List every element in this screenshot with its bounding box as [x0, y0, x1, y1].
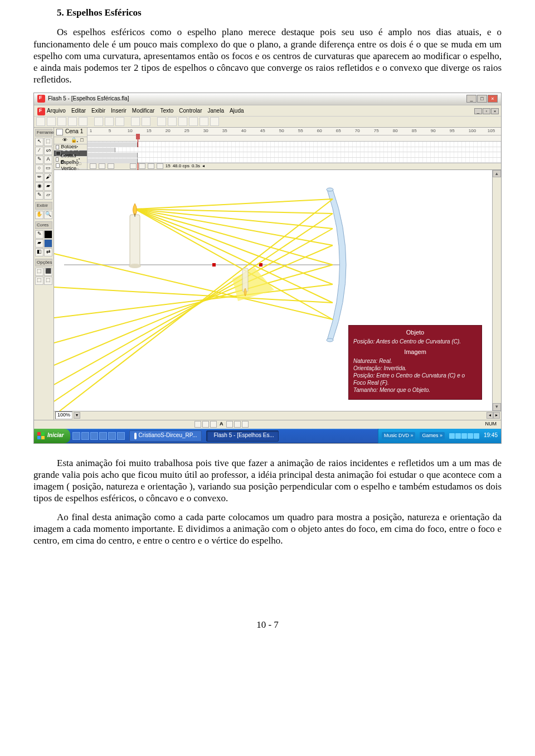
mdi-restore[interactable]: ▫ — [483, 108, 490, 114]
option-1-icon[interactable]: ⬚ — [35, 268, 43, 276]
swap-colors-icon[interactable]: ⇄ — [44, 248, 52, 256]
ql-6-icon[interactable] — [117, 432, 125, 440]
brush-tool-icon[interactable]: 🖌 — [44, 173, 52, 182]
print-icon[interactable] — [68, 117, 77, 126]
ink-tool-icon[interactable]: ◉ — [35, 182, 43, 191]
close-button[interactable]: × — [488, 95, 498, 103]
task-word[interactable]: CristianoS-Dirceu_RP... — [129, 430, 202, 442]
snap-icon[interactable] — [157, 117, 166, 126]
fill-swatch[interactable] — [44, 239, 52, 248]
fill-color-icon[interactable]: ▰ — [35, 239, 43, 248]
tray-3-icon[interactable] — [461, 433, 467, 439]
si6-icon[interactable] — [242, 421, 249, 428]
smooth-icon[interactable] — [168, 117, 177, 126]
option-2-icon[interactable]: ⬛ — [44, 268, 52, 276]
pencil-tool-icon[interactable]: ✏ — [35, 173, 43, 182]
tray-4-icon[interactable] — [468, 433, 473, 439]
hand-tool-icon[interactable]: ✋ — [35, 211, 43, 219]
menu-inserir[interactable]: Inserir — [111, 108, 127, 115]
eye-icon[interactable]: 👁 — [62, 137, 67, 144]
line-tool-icon[interactable]: ∕ — [35, 147, 43, 155]
ql-5-icon[interactable] — [108, 432, 116, 440]
zoom-field[interactable]: 100% — [55, 411, 72, 419]
ql-2-icon[interactable] — [81, 432, 89, 440]
new-icon[interactable] — [36, 117, 45, 126]
add-guide-icon[interactable] — [99, 163, 105, 169]
onion4-icon[interactable] — [157, 163, 163, 169]
chip-games[interactable]: Games » — [420, 432, 445, 439]
track-4[interactable] — [87, 158, 502, 163]
open-icon[interactable] — [47, 117, 56, 126]
mdi-close[interactable]: × — [491, 108, 499, 114]
copy-icon[interactable] — [105, 117, 114, 126]
menu-exibir[interactable]: Exibir — [91, 108, 105, 115]
zoom-dropdown-icon[interactable]: ▾ — [74, 412, 80, 419]
si2-icon[interactable] — [202, 421, 209, 428]
delete-layer-icon[interactable] — [108, 163, 114, 169]
track-2[interactable] — [87, 147, 502, 153]
menu-janela[interactable]: Janela — [207, 108, 223, 115]
paste-icon[interactable] — [115, 117, 124, 126]
scale-icon[interactable] — [200, 117, 208, 126]
align-icon[interactable] — [210, 117, 219, 126]
eraser-tool-icon[interactable]: ▱ — [44, 191, 52, 200]
start-button[interactable]: Iniciar — [34, 429, 70, 443]
dropper-tool-icon[interactable]: ✎ — [35, 191, 43, 200]
save-icon[interactable] — [57, 117, 66, 126]
scene-bar[interactable]: Cena 1 — [54, 128, 87, 137]
lasso-tool-icon[interactable]: ᔕ — [44, 147, 52, 155]
menu-arquivo[interactable]: Arquivo — [47, 108, 66, 115]
arrow-tool-icon[interactable]: ↖ — [35, 138, 43, 146]
si1-icon[interactable] — [194, 421, 201, 428]
frame-ruler[interactable]: 1510152025303540455055606570758085909510… — [87, 128, 502, 136]
scroll-right-icon[interactable]: ▸ — [493, 412, 500, 419]
ql-4-icon[interactable] — [99, 432, 107, 440]
subselect-tool-icon[interactable]: ⬚ — [44, 138, 52, 146]
layer-vertice[interactable]: B Vertice• • □ — [54, 163, 87, 169]
tray-1-icon[interactable] — [449, 433, 455, 439]
onion-icon[interactable] — [130, 163, 137, 169]
onion3-icon[interactable] — [148, 163, 154, 169]
straighten-icon[interactable] — [178, 117, 187, 126]
preview-icon[interactable] — [79, 117, 87, 126]
stroke-swatch[interactable] — [44, 230, 52, 239]
add-layer-icon[interactable] — [90, 163, 96, 169]
ql-3-icon[interactable] — [90, 432, 98, 440]
oval-tool-icon[interactable]: ○ — [35, 164, 43, 173]
task-flash[interactable]: Flash 5 - [Espelhos Es... — [206, 430, 279, 442]
stroke-color-icon[interactable]: ✎ — [35, 230, 43, 239]
bucket-tool-icon[interactable]: ▰ — [44, 182, 52, 191]
onion2-icon[interactable] — [139, 163, 145, 169]
horizontal-scrollbar[interactable]: 100% ▾ ◂ ▸ — [54, 411, 501, 420]
vertical-scrollbar[interactable] — [492, 170, 501, 411]
menu-texto[interactable]: Texto — [160, 108, 173, 115]
zoom-tool-icon[interactable]: 🔍 — [44, 211, 52, 219]
si4-icon[interactable] — [226, 421, 233, 428]
undo-icon[interactable] — [131, 117, 140, 126]
menu-controlar[interactable]: Controlar — [179, 108, 202, 115]
track-1[interactable] — [87, 142, 502, 147]
ql-1-icon[interactable] — [72, 432, 80, 440]
option-3-icon[interactable]: ⬚ — [35, 277, 43, 285]
scroll-left-icon[interactable]: ◂ — [487, 412, 493, 419]
rotate-icon[interactable] — [189, 117, 198, 126]
chip-music[interactable]: Music DVD » — [382, 432, 416, 439]
pen-tool-icon[interactable]: ✎ — [35, 156, 43, 164]
tray-2-icon[interactable] — [455, 433, 461, 439]
si5-icon[interactable] — [234, 421, 241, 428]
track-3[interactable] — [87, 152, 502, 158]
minimize-button[interactable]: _ — [466, 95, 476, 103]
rect-tool-icon[interactable]: ▭ — [44, 164, 52, 173]
cut-icon[interactable] — [94, 117, 103, 126]
mdi-minimize[interactable]: _ — [474, 108, 482, 114]
maximize-button[interactable]: □ — [477, 95, 487, 103]
redo-icon[interactable] — [142, 117, 150, 126]
menu-modificar[interactable]: Modificar — [132, 108, 155, 115]
text-tool-icon[interactable]: A — [44, 156, 52, 164]
si3-icon[interactable] — [210, 421, 217, 428]
default-colors-icon[interactable]: ◧ — [35, 248, 43, 256]
menu-ajuda[interactable]: Ajuda — [230, 108, 244, 115]
tray-5-icon[interactable] — [474, 433, 479, 439]
option-4-icon[interactable]: ⬚ — [44, 277, 52, 285]
menu-editar[interactable]: Editar — [71, 108, 86, 115]
